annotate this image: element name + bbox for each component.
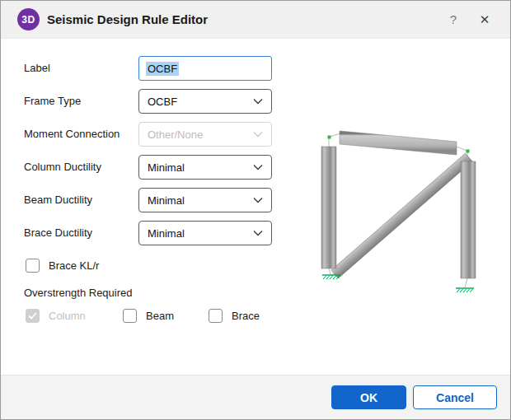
label-field-label: Label: [24, 56, 50, 81]
overstrength-column-row: Column: [26, 307, 86, 324]
dialog-footer: OK Cancel: [1, 375, 510, 420]
form-row-brace-ductility: Brace Ductility Minimal: [1, 221, 306, 245]
overstrength-brace-row: Brace: [209, 307, 260, 324]
brace-klr-row: Brace KL/r: [26, 257, 99, 273]
chevron-down-icon: [253, 230, 263, 236]
overstrength-beam-checkbox[interactable]: [123, 309, 137, 323]
brace-klr-checkbox[interactable]: [26, 259, 40, 273]
form-row-beam-ductility: Beam Ductility Minimal: [1, 188, 306, 212]
form-row-column-ductility: Column Ductility Minimal: [1, 155, 306, 180]
overstrength-beam-label: Beam: [146, 310, 174, 322]
brace-ductility-select[interactable]: Minimal: [138, 221, 272, 245]
app-3d-logo-icon: 3D: [17, 8, 40, 30]
frame-type-select[interactable]: OCBF: [138, 89, 272, 114]
beam-ductility-value: Minimal: [148, 194, 185, 207]
column-ductility-value: Minimal: [148, 161, 185, 174]
left-column-member: [321, 147, 336, 268]
column-ductility-label: Column Ductility: [24, 155, 101, 180]
selected-text: OCBF: [146, 62, 179, 76]
chevron-down-icon: [253, 197, 263, 203]
column-ductility-select[interactable]: Minimal: [138, 155, 272, 180]
beam-member: [340, 131, 457, 155]
moment-connection-select: Other/None: [138, 122, 272, 147]
beam-ductility-select[interactable]: Minimal: [138, 188, 272, 212]
label-input[interactable]: OCBF: [138, 56, 272, 81]
form-row-frame-type: Frame Type OCBF: [1, 89, 306, 114]
dialog-title: Seismic Design Rule Editor: [47, 1, 208, 38]
frame-type-label: Frame Type: [24, 89, 81, 114]
frame-type-value: OCBF: [148, 96, 177, 108]
brace-ductility-label: Brace Ductility: [24, 221, 92, 245]
node-marker-top-left: [328, 136, 331, 139]
chevron-down-icon: [253, 98, 263, 105]
right-support-icon: [456, 288, 474, 292]
brace-member: [331, 153, 472, 278]
brace-klr-label: Brace KL/r: [49, 259, 99, 272]
overstrength-required-label: Overstrength Required: [24, 287, 133, 299]
overstrength-brace-label: Brace: [232, 310, 260, 322]
beam-ductility-label: Beam Ductility: [24, 188, 92, 212]
overstrength-beam-row: Beam: [123, 307, 174, 324]
overstrength-column-checkbox: [26, 309, 40, 323]
brace-ductility-value: Minimal: [148, 227, 185, 240]
chevron-down-icon: [253, 164, 263, 170]
checkmark-icon: [28, 312, 37, 320]
cancel-button[interactable]: Cancel: [413, 385, 497, 409]
moment-connection-label: Moment Connection: [24, 122, 120, 147]
seismic-design-rule-editor-dialog: 3D Seismic Design Rule Editor ? ✕ Label …: [0, 0, 511, 420]
close-icon[interactable]: ✕: [471, 1, 499, 38]
node-marker-top-right: [466, 150, 470, 153]
chevron-down-icon: [253, 131, 263, 138]
form-row-moment-connection: Moment Connection Other/None: [1, 122, 306, 147]
overstrength-column-label: Column: [49, 310, 86, 322]
title-bar[interactable]: 3D Seismic Design Rule Editor ? ✕: [1, 1, 510, 39]
right-column-member: [461, 161, 476, 278]
help-button[interactable]: ?: [439, 1, 467, 38]
frame-preview-diagram: [306, 116, 511, 306]
form-row-label: Label OCBF: [1, 56, 306, 81]
moment-connection-value: Other/None: [148, 128, 203, 141]
ok-button[interactable]: OK: [331, 385, 406, 409]
overstrength-brace-checkbox[interactable]: [209, 309, 223, 323]
